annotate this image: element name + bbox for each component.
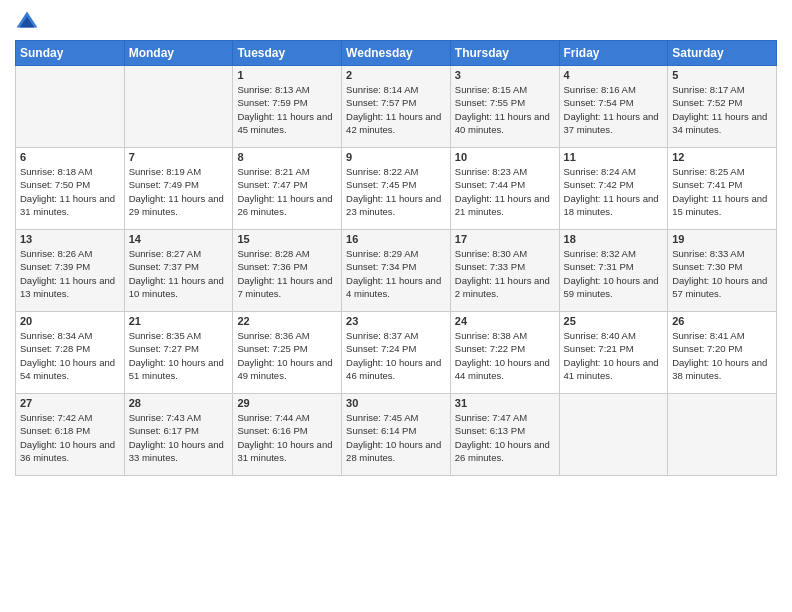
column-header-monday: Monday <box>124 41 233 66</box>
calendar-cell: 16Sunrise: 8:29 AM Sunset: 7:34 PM Dayli… <box>342 230 451 312</box>
calendar-cell <box>16 66 125 148</box>
calendar-header: SundayMondayTuesdayWednesdayThursdayFrid… <box>16 41 777 66</box>
calendar-cell: 21Sunrise: 8:35 AM Sunset: 7:27 PM Dayli… <box>124 312 233 394</box>
day-info: Sunrise: 8:40 AM Sunset: 7:21 PM Dayligh… <box>564 329 664 382</box>
calendar-cell <box>559 394 668 476</box>
calendar-week-5: 27Sunrise: 7:42 AM Sunset: 6:18 PM Dayli… <box>16 394 777 476</box>
day-info: Sunrise: 7:45 AM Sunset: 6:14 PM Dayligh… <box>346 411 446 464</box>
calendar-cell: 29Sunrise: 7:44 AM Sunset: 6:16 PM Dayli… <box>233 394 342 476</box>
calendar-cell: 2Sunrise: 8:14 AM Sunset: 7:57 PM Daylig… <box>342 66 451 148</box>
calendar-cell: 24Sunrise: 8:38 AM Sunset: 7:22 PM Dayli… <box>450 312 559 394</box>
day-number: 5 <box>672 69 772 81</box>
calendar-cell: 6Sunrise: 8:18 AM Sunset: 7:50 PM Daylig… <box>16 148 125 230</box>
calendar-cell: 20Sunrise: 8:34 AM Sunset: 7:28 PM Dayli… <box>16 312 125 394</box>
day-info: Sunrise: 8:23 AM Sunset: 7:44 PM Dayligh… <box>455 165 555 218</box>
calendar-cell: 13Sunrise: 8:26 AM Sunset: 7:39 PM Dayli… <box>16 230 125 312</box>
calendar-body: 1Sunrise: 8:13 AM Sunset: 7:59 PM Daylig… <box>16 66 777 476</box>
day-info: Sunrise: 8:21 AM Sunset: 7:47 PM Dayligh… <box>237 165 337 218</box>
day-info: Sunrise: 8:22 AM Sunset: 7:45 PM Dayligh… <box>346 165 446 218</box>
calendar-cell: 23Sunrise: 8:37 AM Sunset: 7:24 PM Dayli… <box>342 312 451 394</box>
calendar-cell: 25Sunrise: 8:40 AM Sunset: 7:21 PM Dayli… <box>559 312 668 394</box>
day-number: 22 <box>237 315 337 327</box>
day-info: Sunrise: 7:43 AM Sunset: 6:17 PM Dayligh… <box>129 411 229 464</box>
day-info: Sunrise: 8:15 AM Sunset: 7:55 PM Dayligh… <box>455 83 555 136</box>
day-number: 24 <box>455 315 555 327</box>
calendar-cell: 10Sunrise: 8:23 AM Sunset: 7:44 PM Dayli… <box>450 148 559 230</box>
day-number: 11 <box>564 151 664 163</box>
calendar-cell: 14Sunrise: 8:27 AM Sunset: 7:37 PM Dayli… <box>124 230 233 312</box>
day-info: Sunrise: 8:13 AM Sunset: 7:59 PM Dayligh… <box>237 83 337 136</box>
calendar-cell <box>668 394 777 476</box>
calendar-cell <box>124 66 233 148</box>
day-number: 16 <box>346 233 446 245</box>
logo <box>15 10 43 34</box>
calendar-cell: 12Sunrise: 8:25 AM Sunset: 7:41 PM Dayli… <box>668 148 777 230</box>
day-number: 10 <box>455 151 555 163</box>
day-number: 31 <box>455 397 555 409</box>
day-number: 19 <box>672 233 772 245</box>
day-info: Sunrise: 8:32 AM Sunset: 7:31 PM Dayligh… <box>564 247 664 300</box>
day-info: Sunrise: 8:25 AM Sunset: 7:41 PM Dayligh… <box>672 165 772 218</box>
column-header-thursday: Thursday <box>450 41 559 66</box>
calendar-cell: 31Sunrise: 7:47 AM Sunset: 6:13 PM Dayli… <box>450 394 559 476</box>
day-number: 23 <box>346 315 446 327</box>
day-number: 21 <box>129 315 229 327</box>
day-info: Sunrise: 7:44 AM Sunset: 6:16 PM Dayligh… <box>237 411 337 464</box>
day-info: Sunrise: 8:28 AM Sunset: 7:36 PM Dayligh… <box>237 247 337 300</box>
day-number: 17 <box>455 233 555 245</box>
day-info: Sunrise: 7:47 AM Sunset: 6:13 PM Dayligh… <box>455 411 555 464</box>
day-number: 2 <box>346 69 446 81</box>
day-number: 8 <box>237 151 337 163</box>
day-number: 27 <box>20 397 120 409</box>
column-header-wednesday: Wednesday <box>342 41 451 66</box>
day-number: 7 <box>129 151 229 163</box>
logo-icon <box>15 10 39 34</box>
day-number: 9 <box>346 151 446 163</box>
day-info: Sunrise: 8:41 AM Sunset: 7:20 PM Dayligh… <box>672 329 772 382</box>
day-info: Sunrise: 8:14 AM Sunset: 7:57 PM Dayligh… <box>346 83 446 136</box>
day-number: 15 <box>237 233 337 245</box>
day-number: 14 <box>129 233 229 245</box>
day-number: 18 <box>564 233 664 245</box>
day-info: Sunrise: 8:27 AM Sunset: 7:37 PM Dayligh… <box>129 247 229 300</box>
calendar-cell: 28Sunrise: 7:43 AM Sunset: 6:17 PM Dayli… <box>124 394 233 476</box>
calendar-cell: 9Sunrise: 8:22 AM Sunset: 7:45 PM Daylig… <box>342 148 451 230</box>
day-number: 6 <box>20 151 120 163</box>
day-info: Sunrise: 8:29 AM Sunset: 7:34 PM Dayligh… <box>346 247 446 300</box>
calendar-cell: 11Sunrise: 8:24 AM Sunset: 7:42 PM Dayli… <box>559 148 668 230</box>
day-info: Sunrise: 8:34 AM Sunset: 7:28 PM Dayligh… <box>20 329 120 382</box>
calendar-cell: 22Sunrise: 8:36 AM Sunset: 7:25 PM Dayli… <box>233 312 342 394</box>
calendar-cell: 26Sunrise: 8:41 AM Sunset: 7:20 PM Dayli… <box>668 312 777 394</box>
day-info: Sunrise: 8:37 AM Sunset: 7:24 PM Dayligh… <box>346 329 446 382</box>
header-row: SundayMondayTuesdayWednesdayThursdayFrid… <box>16 41 777 66</box>
column-header-sunday: Sunday <box>16 41 125 66</box>
calendar-week-4: 20Sunrise: 8:34 AM Sunset: 7:28 PM Dayli… <box>16 312 777 394</box>
day-info: Sunrise: 7:42 AM Sunset: 6:18 PM Dayligh… <box>20 411 120 464</box>
calendar-cell: 30Sunrise: 7:45 AM Sunset: 6:14 PM Dayli… <box>342 394 451 476</box>
day-number: 13 <box>20 233 120 245</box>
day-info: Sunrise: 8:18 AM Sunset: 7:50 PM Dayligh… <box>20 165 120 218</box>
day-info: Sunrise: 8:24 AM Sunset: 7:42 PM Dayligh… <box>564 165 664 218</box>
calendar-cell: 17Sunrise: 8:30 AM Sunset: 7:33 PM Dayli… <box>450 230 559 312</box>
calendar-week-3: 13Sunrise: 8:26 AM Sunset: 7:39 PM Dayli… <box>16 230 777 312</box>
day-info: Sunrise: 8:35 AM Sunset: 7:27 PM Dayligh… <box>129 329 229 382</box>
day-info: Sunrise: 8:19 AM Sunset: 7:49 PM Dayligh… <box>129 165 229 218</box>
column-header-saturday: Saturday <box>668 41 777 66</box>
day-number: 26 <box>672 315 772 327</box>
day-number: 25 <box>564 315 664 327</box>
day-number: 12 <box>672 151 772 163</box>
column-header-friday: Friday <box>559 41 668 66</box>
column-header-tuesday: Tuesday <box>233 41 342 66</box>
day-number: 3 <box>455 69 555 81</box>
day-info: Sunrise: 8:36 AM Sunset: 7:25 PM Dayligh… <box>237 329 337 382</box>
day-info: Sunrise: 8:30 AM Sunset: 7:33 PM Dayligh… <box>455 247 555 300</box>
calendar-cell: 3Sunrise: 8:15 AM Sunset: 7:55 PM Daylig… <box>450 66 559 148</box>
day-number: 1 <box>237 69 337 81</box>
header <box>15 10 777 34</box>
day-number: 20 <box>20 315 120 327</box>
day-info: Sunrise: 8:33 AM Sunset: 7:30 PM Dayligh… <box>672 247 772 300</box>
day-number: 29 <box>237 397 337 409</box>
calendar-week-2: 6Sunrise: 8:18 AM Sunset: 7:50 PM Daylig… <box>16 148 777 230</box>
day-info: Sunrise: 8:17 AM Sunset: 7:52 PM Dayligh… <box>672 83 772 136</box>
calendar-cell: 1Sunrise: 8:13 AM Sunset: 7:59 PM Daylig… <box>233 66 342 148</box>
